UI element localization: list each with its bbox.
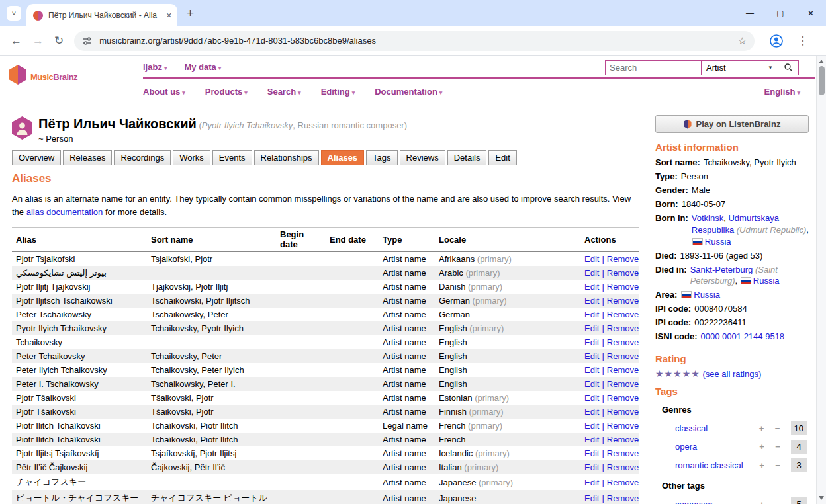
browser-tab[interactable]: Пётр Ильич Чайковский - Alia ✕ (26, 4, 177, 26)
alias-remove-link[interactable]: Remove (607, 310, 639, 319)
alias-edit-link[interactable]: Edit (584, 448, 599, 458)
alias-edit-link[interactable]: Edit (584, 493, 599, 503)
tag-downvote-button[interactable]: − (770, 460, 786, 470)
bookmark-star-icon[interactable]: ☆ (738, 35, 747, 47)
search-type-select[interactable]: Artist ▼ (702, 60, 778, 75)
user-menu-ijabz[interactable]: ijabz▾ (143, 62, 167, 72)
alias-remove-link[interactable]: Remove (607, 462, 639, 472)
alias-edit-link[interactable]: Edit (584, 421, 599, 431)
alias-remove-link[interactable]: Remove (607, 268, 639, 278)
search-button[interactable] (778, 60, 799, 75)
tab-details[interactable]: Details (447, 150, 487, 165)
reload-button[interactable]: ↻ (54, 34, 64, 48)
alias-remove-link[interactable]: Remove (607, 337, 639, 347)
alias-edit-link[interactable]: Edit (584, 393, 599, 403)
tab-releases[interactable]: Releases (63, 150, 112, 165)
see-all-ratings-link[interactable]: (see all ratings) (702, 369, 761, 379)
alias-remove-link[interactable]: Remove (607, 407, 639, 417)
tab-works[interactable]: Works (173, 150, 210, 165)
window-close-button[interactable]: ✕ (796, 0, 826, 26)
scrollbar-thumb[interactable] (819, 66, 825, 95)
info-link[interactable]: Sankt-Peterburg (690, 265, 753, 274)
play-on-listenbrainz-button[interactable]: Play on ListenBrainz (655, 115, 809, 133)
alias-edit-link[interactable]: Edit (584, 296, 599, 306)
nav-about-us[interactable]: About us▾ (143, 87, 185, 97)
alias-remove-link[interactable]: Remove (607, 296, 639, 306)
alias-edit-link[interactable]: Edit (584, 365, 599, 375)
info-link[interactable]: Russia (694, 290, 720, 300)
nav-documentation[interactable]: Documentation▾ (375, 87, 442, 97)
site-settings-icon[interactable] (82, 36, 93, 46)
alias-edit-link[interactable]: Edit (584, 310, 599, 319)
alias-remove-link[interactable]: Remove (607, 478, 639, 487)
profile-icon[interactable] (769, 34, 784, 48)
info-link[interactable]: Votkinsk (692, 213, 723, 223)
window-minimize-button[interactable]: — (735, 0, 765, 26)
alias-remove-link[interactable]: Remove (607, 351, 639, 361)
tag-link[interactable]: opera (675, 442, 754, 452)
alias-remove-link[interactable]: Remove (607, 493, 639, 503)
info-link[interactable]: 0000 0001 2144 9518 (701, 331, 785, 341)
alias-remove-link[interactable]: Remove (607, 365, 639, 375)
tag-upvote-button[interactable]: + (754, 423, 770, 433)
alias-remove-link[interactable]: Remove (607, 254, 639, 264)
alias-remove-link[interactable]: Remove (607, 282, 639, 292)
alias-documentation-link[interactable]: alias documentation (26, 207, 103, 217)
alias-edit-link[interactable]: Edit (584, 337, 599, 347)
alias-edit-link[interactable]: Edit (584, 407, 599, 417)
tag-upvote-button[interactable]: + (754, 460, 770, 470)
tab-close-icon[interactable]: ✕ (166, 11, 172, 20)
nav-search[interactable]: Search▾ (267, 87, 301, 97)
scrollbar-up-icon[interactable] (819, 60, 824, 63)
rating-stars[interactable]: ★★★★★ (655, 368, 700, 379)
alias-remove-link[interactable]: Remove (607, 323, 639, 333)
tag-downvote-button[interactable]: − (770, 423, 786, 433)
alias-edit-link[interactable]: Edit (584, 282, 599, 292)
menu-kebab-icon[interactable]: ⋮ (797, 34, 808, 48)
scrollbar-down-icon[interactable] (819, 496, 824, 500)
nav-products[interactable]: Products▾ (205, 87, 248, 97)
tab-edit[interactable]: Edit (488, 150, 516, 165)
alias-remove-link[interactable]: Remove (607, 448, 639, 458)
search-input[interactable] (605, 60, 702, 75)
tab-aliases[interactable]: Aliases (321, 150, 365, 165)
info-link[interactable]: Russia (705, 237, 731, 247)
tag-downvote-button[interactable]: − (770, 499, 786, 504)
tab-overview[interactable]: Overview (12, 150, 61, 165)
alias-edit-link[interactable]: Edit (584, 254, 599, 264)
tab-reviews[interactable]: Reviews (400, 150, 445, 165)
tag-upvote-button[interactable]: + (754, 499, 770, 504)
tag-link[interactable]: classical (675, 423, 754, 433)
alias-edit-link[interactable]: Edit (584, 351, 599, 361)
tab-recordings[interactable]: Recordings (114, 150, 171, 165)
tag-upvote-button[interactable]: + (754, 442, 770, 452)
page-scrollbar[interactable] (816, 56, 826, 504)
language-menu[interactable]: English▾ (764, 87, 800, 97)
alias-remove-link[interactable]: Remove (607, 393, 639, 403)
tab-tags[interactable]: Tags (366, 150, 397, 165)
back-button[interactable]: ← (11, 34, 22, 48)
alias-edit-link[interactable]: Edit (584, 268, 599, 278)
info-link[interactable]: Russia (753, 276, 780, 286)
nav-editing[interactable]: Editing▾ (321, 87, 355, 97)
forward-button[interactable]: → (32, 34, 44, 48)
address-bar[interactable]: musicbrainz.org/artist/9ddd7abc-9e1b-471… (74, 31, 755, 51)
alias-remove-link[interactable]: Remove (607, 421, 639, 431)
alias-remove-link[interactable]: Remove (607, 379, 639, 389)
alias-edit-link[interactable]: Edit (584, 435, 599, 444)
alias-edit-link[interactable]: Edit (584, 478, 599, 487)
tag-link[interactable]: composer (675, 499, 754, 504)
tab-events[interactable]: Events (212, 150, 252, 165)
tab-search-chevron-icon[interactable]: ˅ (7, 6, 21, 21)
user-menu-my-data[interactable]: My data▾ (184, 62, 221, 72)
alias-edit-link[interactable]: Edit (584, 462, 599, 472)
alias-edit-link[interactable]: Edit (584, 323, 599, 333)
alias-edit-link[interactable]: Edit (584, 379, 599, 389)
new-tab-button[interactable]: + (187, 6, 194, 21)
tag-downvote-button[interactable]: − (770, 442, 786, 452)
window-maximize-button[interactable]: ▢ (765, 0, 796, 26)
musicbrainz-logo[interactable]: MusicBrainz (9, 65, 77, 85)
tag-link[interactable]: romantic classical (675, 460, 754, 470)
tab-relationships[interactable]: Relationships (254, 150, 319, 165)
alias-remove-link[interactable]: Remove (607, 435, 639, 444)
